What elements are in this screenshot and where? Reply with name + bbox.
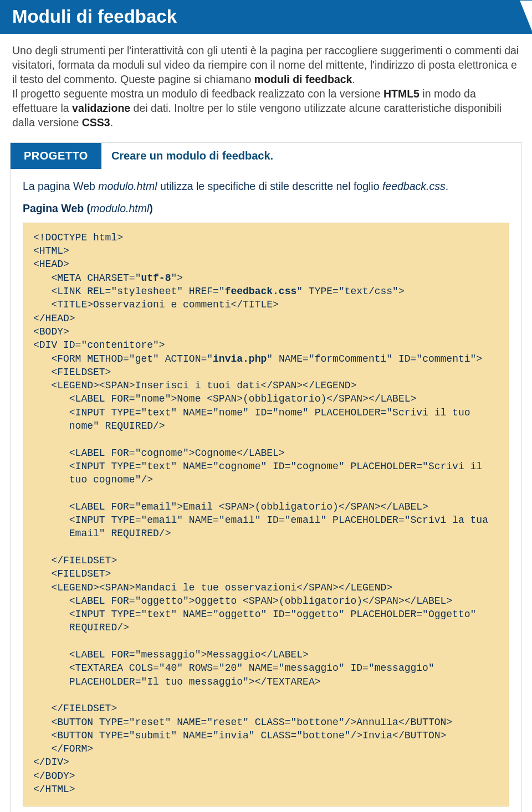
code-line: <HEAD> bbox=[33, 259, 69, 270]
code-line: <TEXTAREA COLS="40" ROWS="20" NAME="mess… bbox=[33, 662, 434, 674]
code-line: <INPUT TYPE="text" NAME="cognome" ID="co… bbox=[33, 461, 482, 472]
code-line: </HTML> bbox=[33, 784, 75, 795]
desc-text: . bbox=[446, 180, 448, 192]
page-title-bar: Moduli di feedback bbox=[0, 0, 532, 34]
code-line: <BODY> bbox=[33, 326, 69, 337]
progetto-box: PROGETTO Creare un modulo di feedback. L… bbox=[10, 142, 522, 812]
code-line: <!DOCTYPE html> bbox=[33, 232, 123, 243]
code-listing: <!DOCTYPE html> <HTML> <HEAD> <META CHAR… bbox=[23, 223, 509, 806]
code-line: REQUIRED/> bbox=[33, 622, 129, 633]
code-line: <LINK REL="stylesheet" HREF=" bbox=[33, 286, 225, 297]
code-line: <FIELDSET> bbox=[33, 367, 111, 378]
code-line: <TITLE>Osservazioni e commenti</TITLE> bbox=[33, 299, 279, 310]
progetto-title: Creare un modulo di feedback. bbox=[101, 143, 521, 169]
code-line: </BODY> bbox=[33, 770, 75, 782]
code-line: <LEGEND><SPAN>Inserisci i tuoi dati</SPA… bbox=[33, 380, 356, 391]
intro-bold-html5: HTML5 bbox=[383, 88, 420, 100]
intro-bold-validazione: validazione bbox=[72, 102, 130, 114]
code-line: <HTML> bbox=[33, 245, 69, 256]
code-line: <LABEL FOR="nome">Nome <SPAN>(obbligator… bbox=[33, 393, 416, 404]
code-line: <INPUT TYPE="text" NAME="nome" ID="nome"… bbox=[33, 407, 470, 418]
desc-filename: modulo.html bbox=[98, 180, 157, 192]
intro-text: . bbox=[110, 116, 113, 129]
code-line: <LABEL FOR="cognome">Cognome</LABEL> bbox=[33, 448, 285, 459]
code-line: </FIELDSET> bbox=[33, 555, 117, 566]
code-line: <INPUT TYPE="text" NAME="oggetto" ID="og… bbox=[33, 609, 476, 620]
code-line: " NAME="formCommenti" ID="commenti"> bbox=[267, 353, 482, 364]
code-line: <BUTTON TYPE="reset" NAME="reset" CLASS=… bbox=[33, 717, 452, 728]
progetto-header: PROGETTO Creare un modulo di feedback. bbox=[11, 143, 521, 169]
page-title: Moduli di feedback bbox=[12, 6, 177, 27]
code-bold: utf-8 bbox=[141, 273, 171, 284]
code-line: nome" REQUIRED/> bbox=[33, 420, 165, 431]
desc-text: utilizza le specifiche di stile descritt… bbox=[157, 180, 382, 192]
code-line: </FIELDSET> bbox=[33, 703, 117, 714]
subhead-filename: modulo.html bbox=[90, 202, 149, 214]
subhead-text: Pagina Web ( bbox=[23, 202, 90, 214]
code-bold: feedback.css bbox=[225, 286, 297, 297]
progetto-tag: PROGETTO bbox=[11, 143, 101, 169]
intro-text: Il progetto seguente mostra un modulo di… bbox=[12, 88, 383, 100]
code-line: <DIV ID="contenitore"> bbox=[33, 340, 165, 351]
code-line: <LEGEND><SPAN>Mandaci le tue osservazion… bbox=[33, 582, 392, 593]
desc-text: La pagina Web bbox=[23, 180, 98, 192]
intro-text: . bbox=[352, 73, 355, 85]
code-line: "> bbox=[171, 273, 183, 284]
code-line: PLACEHOLDER="Il tuo messaggio"></TEXTARE… bbox=[33, 676, 320, 687]
code-line: " TYPE="text/css"> bbox=[296, 286, 404, 297]
desc-filename: feedback.css bbox=[382, 180, 446, 192]
code-line: <FIELDSET> bbox=[33, 568, 111, 579]
code-line: <META CHARSET=" bbox=[33, 273, 141, 284]
code-line: <BUTTON TYPE="submit" NAME="invia" CLASS… bbox=[33, 730, 446, 741]
code-line: <LABEL FOR="email">Email <SPAN>(obbligat… bbox=[33, 501, 428, 512]
code-line: <FORM METHOD="get" ACTION=" bbox=[33, 353, 213, 364]
subhead-text: ) bbox=[149, 202, 153, 214]
progetto-body: La pagina Web modulo.html utilizza le sp… bbox=[11, 169, 521, 812]
intro-bold-moduli: moduli di feedback bbox=[254, 73, 352, 85]
intro-bold-css3: CSS3 bbox=[82, 116, 110, 129]
code-line: </FORM> bbox=[33, 743, 93, 754]
code-line: tuo cognome"/> bbox=[33, 474, 153, 485]
code-line: </DIV> bbox=[33, 757, 69, 768]
code-line: <INPUT TYPE="email" NAME="email" ID="ema… bbox=[33, 515, 488, 526]
code-line: <LABEL FOR="oggetto">Oggetto <SPAN>(obbl… bbox=[33, 595, 452, 607]
code-line: <LABEL FOR="messaggio">Messaggio</LABEL> bbox=[33, 649, 309, 660]
intro-paragraphs: Uno degli strumenti per l'interattività … bbox=[0, 34, 532, 136]
code-line: </HEAD> bbox=[33, 313, 75, 324]
progetto-description: La pagina Web modulo.html utilizza le sp… bbox=[23, 179, 509, 193]
code-line: Email" REQUIRED/> bbox=[33, 528, 171, 539]
code-section-heading: Pagina Web (modulo.html) bbox=[23, 202, 509, 215]
code-bold: invia.php bbox=[213, 353, 267, 364]
